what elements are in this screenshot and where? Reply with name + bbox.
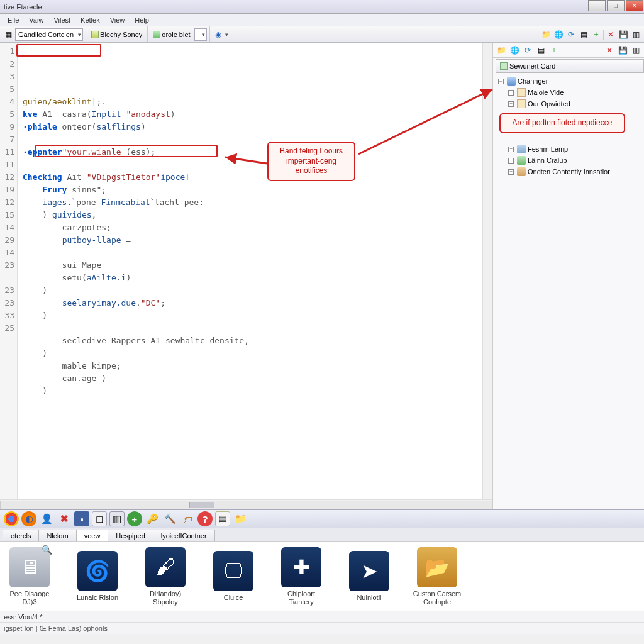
menu-ketlek[interactable]: Ketlek	[75, 15, 105, 25]
orole-dropdown[interactable]	[194, 28, 207, 41]
rp-toolbar: 📁 🌐 ⟳ ▤ ＋ ✕ 💾 ▥	[493, 43, 644, 58]
help-round-icon[interactable]: ?	[197, 511, 213, 526]
btab-3[interactable]: Hespiped	[108, 530, 153, 541]
li-label: Chiploort Tiantery	[275, 590, 327, 606]
btab-1[interactable]: Nlelom	[38, 530, 76, 541]
editor-hscrollbar[interactable]	[0, 499, 492, 509]
menu-view[interactable]: View	[105, 15, 130, 25]
monitor-search-icon: 🖥🔍	[9, 547, 50, 587]
editor-pane: 123545971111121912151429142323233325 gui…	[0, 43, 493, 509]
large-icons-row: 🖥🔍 Pee Disaoge DJ)3 🌀 Lunaic Rision 🖌 Di…	[0, 542, 644, 611]
delete-icon[interactable]: ✕	[605, 29, 616, 40]
li-item-3[interactable]: 🖵 Cluice	[208, 551, 259, 602]
expand-icon[interactable]: +	[508, 169, 514, 175]
spiral-icon: 🌀	[77, 551, 118, 591]
menu-help[interactable]: Help	[130, 15, 154, 25]
help-icon[interactable]: ◉	[213, 29, 224, 40]
user-icon[interactable]: 👤	[39, 511, 54, 526]
bottom-tabs: etercls Nlelom veew Hespiped lyoicelICon…	[0, 528, 644, 542]
tree-item-3[interactable]: + Lâinn Cralup	[497, 155, 640, 166]
cross-screen-icon: ✚	[281, 547, 321, 587]
btab-2[interactable]: veew	[76, 530, 109, 541]
panel-icon[interactable]: ▥	[109, 511, 125, 526]
li-item-4[interactable]: ✚ Chiploort Tiantery	[275, 547, 327, 606]
save-disk-icon[interactable]: ▪	[74, 511, 89, 526]
folder-icon[interactable]: 📁	[540, 29, 552, 40]
callout-sidebar: Are if podten fioted nepdiecce	[499, 113, 625, 133]
code-area[interactable]: guien/aeoklint|;.kve A1 casra(Inplit "an…	[18, 43, 482, 499]
tree-item-1[interactable]: + Our Opwidted	[497, 98, 640, 109]
li-label: Nuinlotil	[357, 594, 381, 602]
props-icon[interactable]: ▥	[630, 29, 641, 40]
rp-delete-icon[interactable]: ✕	[604, 45, 615, 56]
li-item-6[interactable]: 📂 Custon Carsem Conlapte	[411, 547, 463, 606]
li-item-1[interactable]: 🌀 Lunaic Rision	[72, 551, 123, 602]
sheet-icon[interactable]: ▤	[578, 29, 589, 40]
key-icon[interactable]: 🔑	[145, 511, 160, 526]
firefox-icon[interactable]: ◐	[21, 511, 36, 526]
tree-item-2[interactable]: + Feshm Lemp	[497, 143, 640, 155]
rp-sheet-icon[interactable]: ▤	[535, 45, 547, 56]
file-icon	[517, 99, 526, 108]
refresh-icon[interactable]: ⟳	[565, 29, 577, 40]
titlebar: tive Etarecle – □ ✕	[0, 0, 644, 14]
expand-icon[interactable]: +	[508, 90, 514, 96]
rp-refresh-icon[interactable]: ⟳	[522, 45, 533, 56]
menu-vaiw[interactable]: Vaiw	[24, 15, 48, 25]
minimize-button[interactable]: –	[588, 0, 606, 11]
code-editor[interactable]: 123545971111121912151429142323233325 gui…	[0, 43, 492, 499]
blechy-button[interactable]: Blechy Soney	[89, 30, 145, 40]
hammer-icon[interactable]: 🔨	[162, 511, 177, 526]
delete-x-icon[interactable]: ✖	[57, 511, 72, 526]
save-icon[interactable]: 💾	[618, 29, 629, 40]
folder2-icon[interactable]: 📁	[233, 511, 248, 526]
project-tree[interactable]: – Channger + Maiole Vide + Our Opwidted …	[493, 73, 644, 509]
module-icon	[507, 77, 516, 86]
li-item-5[interactable]: ➤ Nuinlotil	[343, 551, 395, 602]
tree-item-0[interactable]: + Maiole Vide	[497, 87, 640, 98]
collapse-icon[interactable]: –	[498, 79, 504, 84]
tree-root[interactable]: – Channger	[497, 75, 640, 87]
line-gutter: 123545971111121912151429142323233325	[0, 43, 18, 499]
box-icon	[153, 31, 160, 38]
add-icon[interactable]: ＋	[591, 29, 602, 40]
rp-props-icon[interactable]: ▥	[630, 45, 641, 56]
main-area: 123545971111121912151429142323233325 gui…	[0, 43, 644, 509]
tree-root-label: Channger	[518, 77, 548, 85]
config-combo[interactable]: Gandlied Cortcien	[15, 28, 83, 41]
expand-icon[interactable]: +	[508, 147, 514, 152]
li-item-0[interactable]: 🖥🔍 Pee Disaoge DJ)3	[4, 547, 55, 606]
chrome-icon[interactable]	[4, 511, 19, 526]
rp-tab[interactable]: Sewunert Card	[496, 59, 644, 73]
folder-icon	[517, 167, 526, 176]
status-bar-1: ess: Viou/4 *	[0, 611, 644, 623]
close-button[interactable]: ✕	[626, 0, 643, 11]
menu-file[interactable]: Elle	[3, 15, 24, 25]
box-tool-icon[interactable]: ◻	[92, 511, 107, 526]
tag-icon[interactable]: 🏷	[180, 511, 195, 526]
add-green-icon[interactable]: +	[127, 511, 142, 526]
orole-button[interactable]: orole biet	[150, 30, 192, 40]
li-label: Dirlandoy) Sbpoloy	[140, 590, 191, 606]
rp-globe-icon[interactable]: 🌐	[509, 45, 520, 56]
expand-icon[interactable]: +	[508, 158, 514, 164]
rp-add-icon[interactable]: ＋	[548, 45, 560, 56]
expand-icon[interactable]: +	[508, 101, 514, 107]
btab-4[interactable]: lyoicelIContner	[153, 530, 215, 541]
tree-item-4[interactable]: + Ondten Contentiy Innsatior	[497, 166, 640, 177]
editor-vscrollbar[interactable]	[482, 43, 492, 499]
sheet2-icon[interactable]: ▤	[215, 511, 230, 526]
maximize-button[interactable]: □	[607, 0, 625, 11]
tree-item-label: Maiole Vide	[528, 89, 564, 96]
li-label: Pee Disaoge DJ)3	[4, 590, 55, 606]
highlight-box-2	[35, 145, 218, 157]
li-item-2[interactable]: 🖌 Dirlandoy) Sbpoloy	[140, 547, 191, 606]
globe-icon[interactable]: 🌐	[553, 29, 564, 40]
rp-folder-icon[interactable]: 📁	[496, 45, 507, 56]
callout-center: Band feling Loours impertant-ceng enotif…	[267, 142, 355, 181]
window-title: tive Etarecle	[4, 3, 42, 11]
grid-icon: ▦	[3, 29, 14, 40]
rp-save-icon[interactable]: 💾	[617, 45, 628, 56]
menu-vilest[interactable]: Vilest	[48, 15, 75, 25]
btab-0[interactable]: etercls	[3, 530, 39, 541]
